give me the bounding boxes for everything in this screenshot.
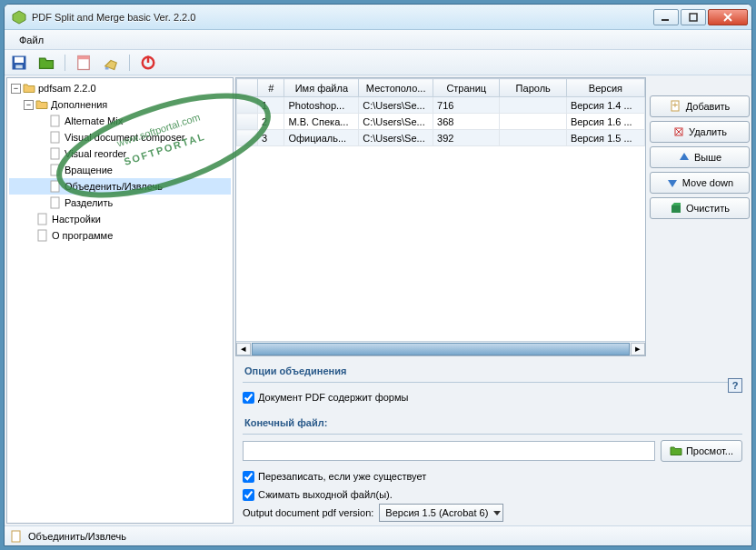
page-icon: [49, 131, 62, 144]
window-title: PDF Split and Merge basic Ver. 2.2.0: [32, 12, 653, 23]
button-label: Выше: [694, 152, 721, 163]
chevron-down-icon: [493, 511, 501, 515]
browse-button[interactable]: Просмот...: [661, 440, 742, 462]
collapse-icon[interactable]: −: [11, 84, 21, 94]
col-name[interactable]: Имя файла: [284, 79, 359, 97]
tree-label: Настройки: [52, 214, 101, 225]
merge-options-section: Опции объединения Документ PDF содержит …: [235, 356, 750, 408]
svg-rect-5: [15, 65, 23, 68]
file-table: # Имя файла Местополо... Страниц Пароль …: [235, 77, 646, 356]
close-button[interactable]: [708, 9, 748, 25]
overwrite-checkbox[interactable]: [243, 471, 254, 483]
table-row[interactable]: 1Photoshop...C:\Users\Se...716Версия 1.4…: [237, 97, 645, 114]
app-icon: [12, 10, 26, 25]
delete-button[interactable]: Удалить: [650, 121, 750, 143]
move-down-button[interactable]: Move down: [650, 172, 750, 194]
save-icon[interactable]: [10, 54, 28, 72]
add-file-icon: +: [670, 100, 682, 113]
menubar: Файл: [5, 30, 751, 50]
col-rowheader[interactable]: [237, 79, 258, 97]
maximize-button[interactable]: [681, 9, 706, 25]
col-num[interactable]: #: [258, 79, 284, 97]
collapse-icon[interactable]: −: [24, 100, 34, 110]
page-icon: [49, 196, 62, 209]
tree-addons[interactable]: − Дополнения: [9, 96, 231, 113]
tree-item[interactable]: Visual reorder: [9, 145, 231, 162]
svg-rect-16: [51, 197, 59, 208]
pdf-version-select[interactable]: Версия 1.5 (Acrobat 6): [379, 504, 503, 522]
svg-rect-15: [51, 181, 59, 192]
svg-rect-2: [690, 14, 697, 21]
tree-label: Вращение: [65, 165, 113, 175]
separator: [129, 55, 130, 71]
add-button[interactable]: +Добавить: [650, 95, 750, 117]
clear-log-icon[interactable]: [102, 54, 120, 72]
titlebar[interactable]: PDF Split and Merge basic Ver. 2.2.0: [5, 5, 751, 30]
tree-root[interactable]: − pdfsam 2.2.0: [9, 80, 231, 96]
folder-open-icon: [35, 98, 48, 111]
section-title: Опции объединения: [243, 362, 742, 383]
horizontal-scrollbar[interactable]: ◂ ▸: [236, 341, 645, 355]
table-row[interactable]: 3Официаль...C:\Users\Se...392Версия 1.5 …: [237, 130, 645, 146]
toolbar: [5, 50, 751, 75]
scroll-left-icon[interactable]: ◂: [236, 343, 251, 355]
move-up-button[interactable]: Выше: [650, 146, 750, 168]
svg-marker-23: [668, 180, 677, 187]
table-row[interactable]: 2М.В. Спека...C:\Users\Se...368Версия 1.…: [237, 114, 645, 130]
col-password[interactable]: Пароль: [500, 79, 566, 97]
tree-item[interactable]: Visual document composer: [9, 129, 231, 145]
section-title: Конечный файл:: [243, 414, 742, 435]
output-path-input[interactable]: [243, 441, 655, 461]
sidebar: − pdfsam 2.2.0 − Дополнения Alternate Mi…: [6, 77, 234, 524]
col-pages[interactable]: Страниц: [433, 79, 500, 97]
svg-rect-24: [671, 205, 681, 213]
svg-rect-4: [15, 56, 24, 62]
separator: [65, 55, 65, 71]
tree-item[interactable]: Alternate Mix: [9, 113, 231, 129]
checkbox-label: Сжимать выходной файл(ы).: [258, 489, 393, 500]
svg-rect-11: [51, 115, 59, 126]
page-icon: [49, 147, 62, 160]
svg-marker-0: [13, 11, 25, 24]
version-label: Output document pdf version:: [243, 507, 373, 518]
folder-open-icon: [23, 82, 35, 95]
status-text: Объединить/Извлечь: [28, 531, 126, 542]
arrow-down-icon: [666, 176, 679, 189]
svg-text:+: +: [671, 100, 677, 110]
open-icon[interactable]: [37, 54, 55, 72]
button-label: Удалить: [689, 126, 727, 137]
tree-about[interactable]: О программе: [9, 227, 231, 244]
tree-label: Разделить: [65, 197, 113, 208]
button-label: Move down: [682, 177, 733, 188]
tree-item-selected[interactable]: Объеденить/Извлечь: [9, 178, 231, 195]
scroll-right-icon[interactable]: ▸: [631, 343, 645, 355]
page-icon: [49, 180, 62, 193]
minimize-button[interactable]: [653, 9, 679, 25]
tree-label: Visual reorder: [65, 148, 126, 159]
tree-item[interactable]: Вращение: [9, 162, 231, 178]
output-section: Конечный файл: Просмот... Перезаписать, …: [235, 408, 750, 524]
tree-settings[interactable]: Настройки: [9, 211, 231, 227]
button-label: Добавить: [686, 101, 731, 112]
col-version[interactable]: Версия: [566, 79, 644, 97]
svg-rect-12: [51, 132, 59, 143]
svg-rect-17: [38, 214, 46, 225]
svg-rect-14: [51, 165, 59, 175]
clear-button[interactable]: Очистить: [650, 197, 750, 219]
forms-checkbox[interactable]: [243, 392, 254, 404]
compress-checkbox[interactable]: [243, 489, 254, 501]
page-icon: [36, 229, 49, 242]
tree-label: Alternate Mix: [65, 115, 123, 126]
clear-icon: [670, 202, 682, 215]
exit-icon[interactable]: [139, 54, 157, 72]
menu-file[interactable]: Файл: [12, 33, 51, 47]
help-icon[interactable]: ?: [728, 378, 742, 393]
tree-label: pdfsam 2.2.0: [38, 83, 96, 94]
svg-rect-18: [38, 230, 46, 241]
log-icon[interactable]: [75, 54, 93, 72]
scroll-thumb[interactable]: [252, 343, 630, 355]
tree-label: Дополнения: [51, 99, 107, 110]
svg-rect-1: [662, 19, 669, 21]
tree-item[interactable]: Разделить: [9, 195, 231, 211]
col-location[interactable]: Местополо...: [359, 79, 433, 97]
